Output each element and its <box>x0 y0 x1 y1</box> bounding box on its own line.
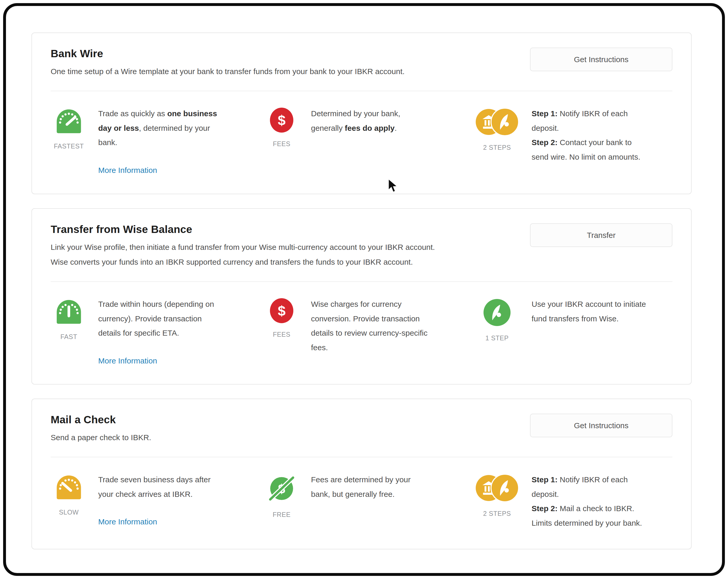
card-description: Send a paper check to IBKR. <box>51 430 520 445</box>
steps-label: 1 STEP <box>485 334 509 342</box>
feature-row: FAST Trade within hours (depending oncur… <box>51 282 672 384</box>
speedometer-slow-icon <box>54 474 83 501</box>
speed-label: FAST <box>60 333 77 341</box>
fees-dollar-icon: $ <box>270 298 293 323</box>
speed-label: SLOW <box>59 508 79 516</box>
speedometer-fast-icon <box>54 298 83 326</box>
svg-text:$: $ <box>278 112 286 128</box>
two-steps-bank-quill-icon <box>475 474 519 503</box>
fees-label: FREE <box>272 511 290 519</box>
speed-label: FASTEST <box>54 143 84 150</box>
svg-text:$: $ <box>278 303 286 319</box>
more-information-link[interactable]: More Information <box>98 166 157 175</box>
card-header-text: Transfer from Wise Balance Link your Wis… <box>51 223 520 269</box>
speed-description: Trade as quickly as one businessday or l… <box>98 106 252 150</box>
two-steps-bank-quill-icon <box>475 107 519 136</box>
speed-text-column: Trade as quickly as one businessday or l… <box>98 106 252 175</box>
fees-indicator: $ FEES <box>263 106 300 148</box>
steps-label: 2 STEPS <box>483 144 511 151</box>
transfer-button[interactable]: Transfer <box>530 223 672 247</box>
steps-text-column: Use your IBKR account to initiatefund tr… <box>531 297 674 326</box>
card-header: Mail a Check Send a paper check to IBKR.… <box>51 414 672 457</box>
screen-frame: Bank Wire One time setup of a Wire templ… <box>3 3 725 576</box>
get-instructions-button[interactable]: Get Instructions <box>530 414 672 437</box>
speed-indicator: SLOW <box>51 472 87 516</box>
fees-description: Wise charges for currencyconversion. Pro… <box>311 297 463 355</box>
fees-label: FEES <box>273 140 290 148</box>
steps-indicator: 2 STEPS <box>474 106 520 151</box>
card-header-text: Bank Wire One time setup of a Wire templ… <box>51 48 520 79</box>
steps-text-column: Step 1: Notify IBKR of eachdeposit.Step … <box>531 472 674 530</box>
card-title: Bank Wire <box>51 48 520 60</box>
free-no-fee-icon: $ <box>266 474 297 504</box>
one-step-quill-icon <box>483 298 512 327</box>
speed-indicator: FASTEST <box>51 106 87 150</box>
feature-row: SLOW Trade seven business days afteryour… <box>51 457 672 549</box>
steps-indicator: 1 STEP <box>474 297 520 342</box>
fees-indicator: $ FREE <box>263 472 300 519</box>
speed-description: Trade within hours (depending oncurrency… <box>98 297 252 340</box>
deposit-methods-list: Bank Wire One time setup of a Wire templ… <box>6 6 722 549</box>
bank-wire-card: Bank Wire One time setup of a Wire templ… <box>31 32 692 194</box>
steps-description: Step 1: Notify IBKR of eachdeposit.Step … <box>531 106 674 164</box>
speed-text-column: Trade within hours (depending oncurrency… <box>98 297 252 365</box>
more-information-link[interactable]: More Information <box>98 356 157 365</box>
fees-text-column: Wise charges for currencyconversion. Pro… <box>311 297 463 355</box>
speed-indicator: FAST <box>51 297 87 341</box>
fees-text-column: Fees are determined by yourbank, but gen… <box>311 472 463 501</box>
card-title: Mail a Check <box>51 414 520 426</box>
fees-dollar-icon: $ <box>270 107 293 133</box>
card-description: Link your Wise profile, then initiate a … <box>51 240 520 269</box>
fees-description: Fees are determined by yourbank, but gen… <box>311 472 463 501</box>
mail-check-card: Mail a Check Send a paper check to IBKR.… <box>31 399 692 549</box>
card-title: Transfer from Wise Balance <box>51 223 520 235</box>
wise-transfer-card: Transfer from Wise Balance Link your Wis… <box>31 208 692 384</box>
fees-label: FEES <box>273 331 290 338</box>
fees-text-column: Determined by your bank,generally fees d… <box>311 106 463 135</box>
get-instructions-button[interactable]: Get Instructions <box>530 48 672 71</box>
steps-description: Use your IBKR account to initiatefund tr… <box>531 297 674 326</box>
steps-indicator: 2 STEPS <box>474 472 520 518</box>
steps-label: 2 STEPS <box>483 510 511 518</box>
steps-text-column: Step 1: Notify IBKR of eachdeposit.Step … <box>531 106 674 164</box>
speed-description: Trade seven business days afteryour chec… <box>98 472 252 501</box>
feature-row: FASTEST Trade as quickly as one business… <box>51 91 672 194</box>
card-description: One time setup of a Wire template at you… <box>51 64 520 79</box>
fees-description: Determined by your bank,generally fees d… <box>311 106 463 135</box>
card-header: Transfer from Wise Balance Link your Wis… <box>51 223 672 282</box>
more-information-link[interactable]: More Information <box>98 518 157 526</box>
card-header-text: Mail a Check Send a paper check to IBKR. <box>51 414 520 445</box>
steps-description: Step 1: Notify IBKR of eachdeposit.Step … <box>531 472 674 530</box>
speed-text-column: Trade seven business days afteryour chec… <box>98 472 252 526</box>
fees-indicator: $ FEES <box>263 297 300 338</box>
speedometer-fastest-icon <box>54 107 83 135</box>
card-header: Bank Wire One time setup of a Wire templ… <box>51 48 672 91</box>
